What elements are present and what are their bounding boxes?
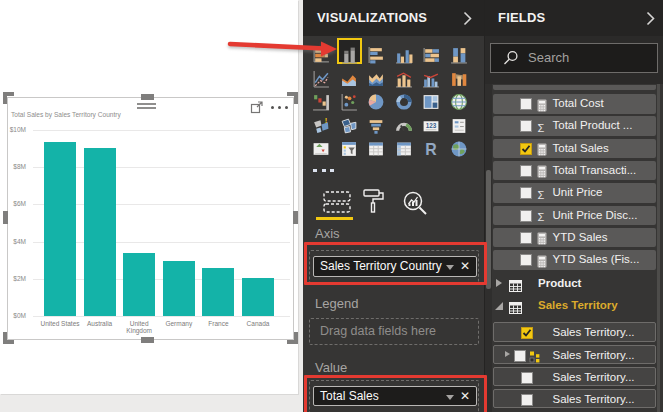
- table-row-product[interactable]: Product: [493, 274, 656, 294]
- visual-type-stacked-area-chart-icon[interactable]: [367, 70, 385, 88]
- field-label: YTD Sales: [553, 228, 608, 248]
- visual-type-map-icon[interactable]: [450, 93, 468, 111]
- checkbox-unchecked[interactable]: [520, 232, 532, 244]
- visual-more-options-icon[interactable]: [271, 106, 289, 110]
- visual-type-clustered-bar-chart-icon[interactable]: [367, 46, 385, 64]
- resize-handle[interactable]: [3, 332, 7, 344]
- collapse-panel-icon[interactable]: [646, 11, 655, 26]
- visual-type-line-and-stacked-column-chart-icon[interactable]: [395, 70, 413, 88]
- checkbox-unchecked[interactable]: [520, 98, 532, 110]
- visual-type-scatter-chart-icon[interactable]: [340, 93, 358, 111]
- visual-type-ribbon-chart-icon[interactable]: [450, 70, 468, 88]
- resize-handle[interactable]: [293, 211, 298, 224]
- bar-australia[interactable]: [84, 148, 116, 316]
- field-row[interactable]: ΣUnit Price Disc...: [493, 206, 656, 226]
- field-row[interactable]: Sales Territory...: [493, 322, 656, 342]
- visual-type-table-icon[interactable]: [367, 140, 385, 158]
- checkbox-unchecked[interactable]: [520, 210, 532, 222]
- field-label: Total Transacti...: [553, 161, 637, 181]
- field-row[interactable]: ΣTotal Product ...: [493, 116, 656, 136]
- drag-grip-icon[interactable]: [137, 103, 156, 105]
- field-row[interactable]: YTD Sales (Fis...: [493, 250, 656, 270]
- field-row[interactable]: Sales Territory...: [493, 345, 656, 365]
- bar-canada[interactable]: [242, 278, 274, 316]
- search-input[interactable]: Search: [490, 43, 658, 73]
- checkbox-checked[interactable]: [521, 327, 533, 339]
- x-axis-tick-label: Canada: [236, 320, 280, 327]
- visual-type-area-chart-icon[interactable]: [340, 70, 358, 88]
- visual-type-r-script-visual-icon[interactable]: R: [422, 140, 440, 158]
- visual-type-card-icon[interactable]: 123: [422, 117, 440, 135]
- visual-type-kpi-icon[interactable]: [312, 140, 330, 158]
- visual-type-arcgis-map-icon[interactable]: [450, 140, 468, 158]
- y-axis-tick-label: $6M: [4, 200, 26, 207]
- chart-title: Total Sales by Sales Territory Country: [11, 111, 121, 118]
- visual-type-line-and-clustered-column-chart-icon[interactable]: [422, 70, 440, 88]
- visual-type-funnel-icon[interactable]: [367, 117, 385, 135]
- resize-handle[interactable]: [141, 94, 154, 100]
- checkbox-unchecked[interactable]: [521, 394, 533, 406]
- visual-type-multi-row-card-icon[interactable]: [450, 117, 468, 135]
- collapse-panel-icon[interactable]: [463, 11, 472, 26]
- resize-handle[interactable]: [141, 337, 154, 343]
- svg-text:Σ: Σ: [537, 189, 544, 201]
- checkbox-checked[interactable]: [520, 143, 532, 155]
- bar-united-states[interactable]: [44, 142, 76, 316]
- visual-type-slicer-icon[interactable]: [340, 140, 358, 158]
- visual-type-donut-chart-icon[interactable]: [395, 93, 413, 111]
- checkbox-unchecked[interactable]: [514, 350, 526, 362]
- bar-germany[interactable]: [163, 261, 195, 316]
- visual-type-shape-map-icon[interactable]: [340, 117, 358, 135]
- field-row[interactable]: Sales Territory...: [493, 389, 656, 409]
- field-label: Sales Territory...: [553, 346, 635, 366]
- visual-type-filled-map-icon[interactable]: !: [312, 117, 330, 135]
- expand-field-icon[interactable]: [505, 351, 510, 357]
- field-row[interactable]: Total Cost: [493, 94, 656, 114]
- visual-type-clustered-column-chart-icon[interactable]: [395, 46, 413, 64]
- field-row[interactable]: Sales Territory...: [493, 367, 656, 387]
- resize-handle[interactable]: [3, 92, 7, 104]
- field-row[interactable]: YTD Sales: [493, 228, 656, 248]
- visual-type-pie-chart-icon[interactable]: [367, 93, 385, 111]
- visual-type-100-stacked-bar-chart-icon[interactable]: [422, 46, 440, 64]
- field-row-partial[interactable]: [493, 85, 656, 90]
- field-row[interactable]: ΣUnit Price: [493, 183, 656, 203]
- calculator-icon: [537, 142, 547, 160]
- checkbox-unchecked[interactable]: [520, 187, 532, 199]
- tab-fields-icon[interactable]: [323, 191, 351, 213]
- field-row[interactable]: Total Sales: [493, 139, 656, 159]
- x-axis-tick-label: United States: [38, 320, 82, 327]
- focus-mode-icon[interactable]: [250, 100, 264, 114]
- visual-type-waterfall-chart-icon[interactable]: [312, 93, 330, 111]
- visual-type-100-stacked-column-chart-icon[interactable]: [450, 46, 468, 64]
- visual-type-treemap-icon[interactable]: [422, 93, 440, 111]
- tab-format-icon[interactable]: [363, 189, 384, 214]
- bar-united-kingdom[interactable]: [123, 253, 155, 316]
- legend-drop-zone[interactable]: Drag data fields here: [309, 318, 479, 345]
- svg-text:Σ: Σ: [537, 211, 544, 223]
- y-axis-tick-label: $8M: [4, 163, 26, 170]
- visual-type-matrix-icon[interactable]: [395, 140, 413, 158]
- drag-grip-icon[interactable]: [137, 107, 156, 109]
- more-visuals-icon[interactable]: [313, 169, 335, 173]
- bar-france[interactable]: [202, 268, 234, 316]
- tab-analytics-icon[interactable]: [402, 191, 428, 216]
- collapse-table-icon[interactable]: [495, 302, 503, 310]
- expand-table-icon[interactable]: [496, 279, 502, 287]
- resize-handle[interactable]: [294, 332, 298, 344]
- powerbi-window: Total Sales by Sales Territory Country $…: [0, 0, 663, 412]
- checkbox-unchecked[interactable]: [520, 120, 532, 132]
- svg-text:!: !: [325, 117, 327, 125]
- table-row-sales-territory[interactable]: Sales Territory: [493, 296, 656, 316]
- visual-type-gauge-icon[interactable]: [395, 117, 413, 135]
- checkbox-unchecked[interactable]: [520, 254, 532, 266]
- annotation-arrow: [224, 33, 344, 63]
- resize-handle[interactable]: [294, 92, 298, 104]
- checkbox-unchecked[interactable]: [520, 165, 532, 177]
- field-label: Sales Territory...: [553, 390, 635, 410]
- field-row[interactable]: Total Transacti...: [493, 161, 656, 181]
- checkbox-unchecked[interactable]: [521, 372, 533, 384]
- y-axis-tick-label: $10M: [4, 126, 26, 133]
- resize-handle[interactable]: [3, 211, 8, 224]
- visual-type-line-chart-icon[interactable]: [312, 70, 330, 88]
